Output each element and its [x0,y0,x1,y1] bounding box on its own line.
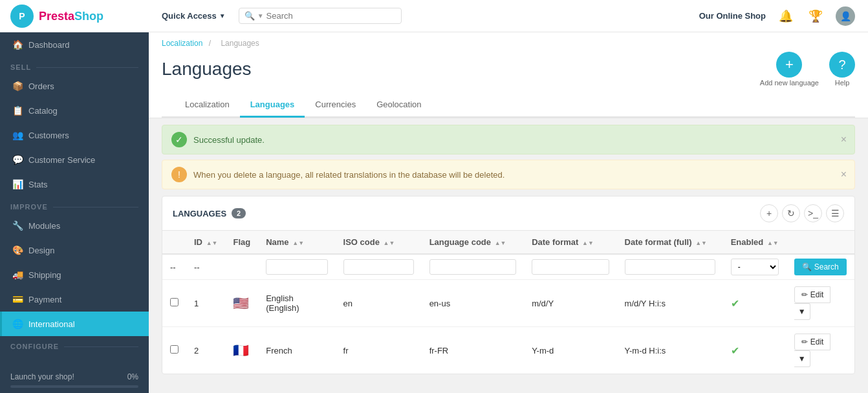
sidebar-item-label: Shipping [28,270,61,280]
row-1-checkbox-input[interactable] [170,298,179,306]
sidebar-item-payment[interactable]: 💳 Payment [0,287,149,312]
row-1-edit-dropdown[interactable]: ▼ [794,303,810,320]
header-actions: + Add new language ? Help [760,52,855,87]
search-input[interactable] [266,11,396,21]
row-2-langcode: fr-FR [422,327,525,374]
row-1-id: 1 [186,280,225,327]
filter-checkbox-col: -- [162,254,186,280]
row-2-flag-icon: 🇫🇷 [233,343,249,357]
shipping-icon: 🚚 [12,270,23,280]
search-btn-icon: 🔍 [802,262,812,271]
tab-languages[interactable]: Languages [240,93,305,118]
filter-enabled-select[interactable]: - Yes No [731,259,779,275]
card-actions: + ↻ >_ ☰ [760,204,844,222]
row-2-id: 2 [186,327,225,374]
add-row-button[interactable]: + [760,204,778,222]
refresh-button[interactable]: ↻ [782,204,800,222]
sidebar-item-label: Payment [28,295,61,304]
sort-iso-icon: ▲▼ [384,240,395,246]
tab-currencies[interactable]: Currencies [305,93,366,118]
improve-section-label: IMPROVE [0,197,149,213]
col-dateformat[interactable]: Date format ▲▼ [524,231,616,254]
row-2-checkbox-input[interactable] [170,345,179,354]
sidebar-item-orders[interactable]: 📦 Orders [0,74,149,98]
alert-success-close[interactable]: × [841,134,847,145]
filter-datefull-input[interactable] [625,259,715,275]
row-2-dateformat: Y-m-d [524,327,616,374]
columns-button[interactable]: ☰ [826,204,844,222]
launch-bar[interactable]: Launch your shop! 0% [0,372,149,393]
row-2-edit-button[interactable]: ✏ Edit [794,334,831,350]
row-2-edit-dropdown[interactable]: ▼ [794,350,810,367]
sidebar-item-catalog[interactable]: 📋 Catalog [0,98,149,123]
filter-langcode-col [422,254,525,280]
filter-name-input[interactable] [266,259,327,275]
add-new-language-button[interactable]: + Add new language [760,52,819,87]
sidebar-item-design[interactable]: 🎨 Design [0,238,149,262]
success-icon: ✓ [171,132,187,147]
sidebar-item-modules[interactable]: 🔧 Modules [0,213,149,238]
modules-icon: 🔧 [12,220,23,231]
topbar-right: Our Online Shop 🔔 🏆 👤 [699,6,855,26]
filter-iso-input[interactable] [343,259,414,275]
filter-dateformat-input[interactable] [532,259,609,275]
alert-warning-close[interactable]: × [841,169,847,180]
row-1-datefull: m/d/Y H:i:s [617,280,723,327]
quick-access-menu[interactable]: Quick Access ▼ [162,11,226,21]
table-row: 2 🇫🇷 French fr fr-FR Y-m-d Y-m-d H:i:s ✔ [162,327,854,374]
col-iso[interactable]: ISO code ▲▼ [336,231,422,254]
page-header: Localization / Languages Languages + Add… [149,32,868,118]
col-id[interactable]: ID ▲▼ [186,231,225,254]
main-content: Quick Access ▼ 🔍 ▼ Our Online Shop 🔔 🏆 👤… [149,0,868,393]
orders-icon: 📦 [12,81,23,91]
filter-langcode-input[interactable] [429,259,517,275]
alert-success: ✓ Successful update. × [162,125,855,154]
add-label: Add new language [760,79,819,87]
breadcrumb: Localization / Languages [162,39,855,48]
alerts-container: ✓ Successful update. × ! When you delete… [149,118,868,196]
trophy-icon[interactable]: 🏆 [806,6,825,26]
row-2-enabled: ✔ [723,327,787,374]
breadcrumb-parent[interactable]: Localization [162,39,202,48]
edit-pencil-icon: ✏ [801,337,808,346]
user-avatar[interactable]: 👤 [836,6,855,26]
sidebar-item-label: Modules [28,221,60,231]
sidebar-item-dashboard[interactable]: 🏠 Dashboard [0,32,149,57]
export-button[interactable]: >_ [804,204,822,222]
filter-search-button[interactable]: 🔍 Search [794,259,847,275]
sidebar-item-shipping[interactable]: 🚚 Shipping [0,262,149,287]
sidebar-item-stats[interactable]: 📊 Stats [0,172,149,197]
col-name[interactable]: Name ▲▼ [258,231,335,254]
payment-icon: 💳 [12,294,23,304]
row-1-edit-button[interactable]: ✏ Edit [794,286,831,303]
col-enabled[interactable]: Enabled ▲▼ [723,231,787,254]
filter-dateformat-col [524,254,616,280]
card-title: LANGUAGES 2 [173,208,246,218]
tab-geolocation[interactable]: Geolocation [366,93,431,118]
sidebar-item-customer-service[interactable]: 💬 Customer Service [0,147,149,172]
quick-access-chevron-icon: ▼ [219,12,226,19]
table-row: 1 🇺🇸 English (English) en en-us m/d/Y m/… [162,280,854,327]
sidebar-item-label: Customer Service [28,155,95,165]
search-dropdown-icon[interactable]: ▼ [257,12,264,19]
col-flag: Flag [225,231,258,254]
sort-id-icon: ▲▼ [206,240,218,246]
filter-enabled-col: - Yes No [723,254,787,280]
sidebar-item-international[interactable]: 🌐 International [0,312,149,336]
help-button[interactable]: ? Help [829,52,855,87]
bulk-actions-bar: Bulk actions ▲ [149,387,868,393]
notifications-icon[interactable]: 🔔 [776,6,796,26]
sidebar-item-label: Stats [28,180,48,189]
row-1-actions: ✏ Edit ▼ [787,280,854,327]
row-1-name: English (English) [258,280,335,327]
tab-localization[interactable]: Localization [175,93,240,118]
dashboard-icon: 🏠 [12,39,23,50]
row-2-checkbox [162,327,186,374]
sort-enabled-icon: ▲▼ [767,240,779,246]
languages-table: ID ▲▼ Flag Name ▲▼ ISO code ▲▼ [162,231,854,374]
col-datefull[interactable]: Date format (full) ▲▼ [617,231,723,254]
filter-iso-col [336,254,422,280]
sidebar-item-customers[interactable]: 👥 Customers [0,123,149,147]
filter-search-col: 🔍 Search [787,254,854,280]
col-langcode[interactable]: Language code ▲▼ [422,231,525,254]
